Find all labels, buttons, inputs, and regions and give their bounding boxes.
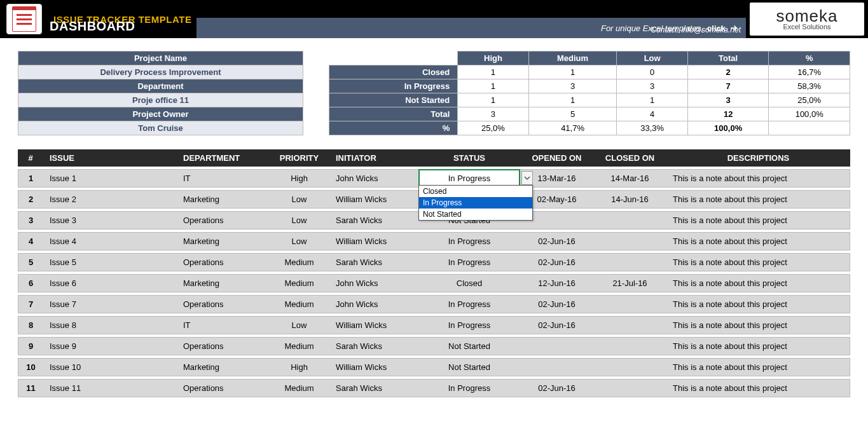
issue-priority[interactable]: Low	[269, 232, 329, 250]
issue-description[interactable]: This is a note about this project	[666, 358, 850, 376]
summary-cell[interactable]: 16,7%	[769, 65, 850, 79]
issue-initiator[interactable]: Sarah Wicks	[329, 379, 418, 397]
issue-dept[interactable]: Marketing	[177, 358, 269, 376]
issues-col--[interactable]: #	[18, 149, 43, 167]
issue-number[interactable]: 2	[18, 190, 43, 209]
issue-description[interactable]: This is a note about this project	[666, 337, 850, 355]
summary-cell[interactable]: 0	[617, 65, 687, 79]
issue-closed[interactable]	[593, 211, 666, 229]
dropdown-option[interactable]: Closed	[419, 186, 532, 197]
issue-initiator[interactable]: William Wicks	[329, 190, 418, 209]
issue-closed[interactable]	[593, 358, 666, 376]
summary-cell[interactable]: 5	[528, 107, 617, 121]
issue-closed[interactable]	[593, 379, 666, 397]
issue-description[interactable]: This is a note about this project	[666, 379, 850, 397]
issue-number[interactable]: 6	[18, 274, 43, 292]
issue-closed[interactable]	[593, 316, 666, 334]
issue-initiator[interactable]: William Wicks	[329, 316, 418, 334]
issue-initiator[interactable]: Sarah Wicks	[329, 211, 418, 229]
issue-initiator[interactable]: John Wicks	[329, 295, 418, 313]
issue-closed[interactable]	[593, 253, 666, 271]
dropdown-option[interactable]: In Progress	[419, 197, 532, 209]
issues-col-department[interactable]: DEPARTMENT	[177, 149, 269, 167]
issue-description[interactable]: This is a note about this project	[666, 274, 850, 292]
issue-opened[interactable]: 12-Jun-16	[520, 274, 593, 292]
issue-description[interactable]: This is a note about this project	[666, 316, 850, 334]
issue-dept[interactable]: Operations	[177, 253, 269, 271]
issue-priority[interactable]: Medium	[269, 295, 329, 313]
issue-dept[interactable]: IT	[177, 169, 269, 188]
issue-priority[interactable]: Low	[269, 190, 329, 209]
issue-number[interactable]: 5	[18, 253, 43, 271]
summary-cell[interactable]: 100,0%	[769, 107, 850, 121]
status-dropdown[interactable]: ClosedIn ProgressNot Started	[418, 185, 533, 221]
value-department[interactable]: Proje office 11	[18, 93, 303, 107]
issue-opened[interactable]	[520, 358, 593, 376]
issue-description[interactable]: This is a note about this project	[666, 211, 850, 229]
issue-initiator[interactable]: Sarah Wicks	[329, 253, 418, 271]
issue-status[interactable]: In Progress	[418, 253, 520, 271]
value-project-name[interactable]: Delivery Process Improvement	[18, 65, 303, 79]
summary-cell[interactable]: 25,0%	[769, 93, 850, 107]
summary-cell[interactable]: 33,3%	[617, 121, 687, 135]
summary-cell[interactable]: 1	[617, 93, 687, 107]
issue-number[interactable]: 4	[18, 232, 43, 250]
issue-name[interactable]: Issue 9	[43, 337, 177, 355]
issue-closed[interactable]: 14-Mar-16	[593, 169, 666, 188]
table-row[interactable]: 4Issue 4MarketingLowWilliam WicksIn Prog…	[18, 232, 850, 250]
issue-dept[interactable]: Marketing	[177, 190, 269, 209]
issue-closed[interactable]	[593, 232, 666, 250]
issue-status[interactable]: Not Started	[418, 337, 520, 355]
issue-opened[interactable]: 02-Jun-16	[520, 232, 593, 250]
issue-number[interactable]: 10	[18, 358, 43, 376]
issue-name[interactable]: Issue 10	[43, 358, 177, 376]
issues-col-status[interactable]: STATUS	[418, 149, 520, 167]
issue-status[interactable]: In Progress	[418, 295, 520, 313]
issue-status[interactable]: In Progress	[418, 316, 520, 334]
issue-number[interactable]: 3	[18, 211, 43, 229]
issue-initiator[interactable]: William Wicks	[329, 232, 418, 250]
issue-name[interactable]: Issue 2	[43, 190, 177, 209]
issue-priority[interactable]: High	[269, 358, 329, 376]
issue-number[interactable]: 1	[18, 169, 43, 188]
summary-cell[interactable]: 25,0%	[458, 121, 528, 135]
issue-description[interactable]: This is a note about this project	[666, 190, 850, 209]
table-row[interactable]: 11Issue 11OperationsMediumSarah WicksIn …	[18, 379, 850, 397]
dropdown-button[interactable]	[521, 171, 533, 185]
table-row[interactable]: 5Issue 5OperationsMediumSarah WicksIn Pr…	[18, 253, 850, 271]
summary-cell[interactable]: 1	[458, 65, 528, 79]
issue-description[interactable]: This is a note about this project	[666, 253, 850, 271]
issue-priority[interactable]: Medium	[269, 337, 329, 355]
issue-opened[interactable]: 02-Jun-16	[520, 379, 593, 397]
someka-logo[interactable]: someka Excel Solutions	[750, 3, 864, 36]
issue-number[interactable]: 7	[18, 295, 43, 313]
dropdown-option[interactable]: Not Started	[419, 209, 532, 220]
issue-name[interactable]: Issue 11	[43, 379, 177, 397]
table-row[interactable]: 10Issue 10MarketingHighWilliam WicksNot …	[18, 358, 850, 376]
issue-number[interactable]: 9	[18, 337, 43, 355]
issue-status[interactable]: Closed	[418, 274, 520, 292]
issue-name[interactable]: Issue 6	[43, 274, 177, 292]
issue-name[interactable]: Issue 8	[43, 316, 177, 334]
issue-dept[interactable]: Operations	[177, 337, 269, 355]
issue-opened[interactable]: 02-Jun-16	[520, 253, 593, 271]
table-row[interactable]: 7Issue 7OperationsMediumJohn WicksIn Pro…	[18, 295, 850, 313]
summary-cell[interactable]: 12	[687, 107, 769, 121]
issue-name[interactable]: Issue 3	[43, 211, 177, 229]
issue-status[interactable]: In Progress	[418, 379, 520, 397]
summary-cell[interactable]: 3	[458, 107, 528, 121]
summary-cell[interactable]: 1	[528, 65, 617, 79]
table-row[interactable]: 8Issue 8ITLowWilliam WicksIn Progress02-…	[18, 316, 850, 334]
issue-dept[interactable]: IT	[177, 316, 269, 334]
summary-cell[interactable]: 41,7%	[528, 121, 617, 135]
issue-priority[interactable]: Low	[269, 316, 329, 334]
summary-cell[interactable]: 58,3%	[769, 79, 850, 93]
summary-cell[interactable]: 4	[617, 107, 687, 121]
issue-dept[interactable]: Operations	[177, 379, 269, 397]
issue-status[interactable]: Not Started	[418, 358, 520, 376]
summary-cell[interactable]: 1	[458, 93, 528, 107]
summary-cell[interactable]: 3	[617, 79, 687, 93]
issue-priority[interactable]: Medium	[269, 379, 329, 397]
issue-opened[interactable]: 02-Jun-16	[520, 295, 593, 313]
issue-opened[interactable]	[520, 337, 593, 355]
